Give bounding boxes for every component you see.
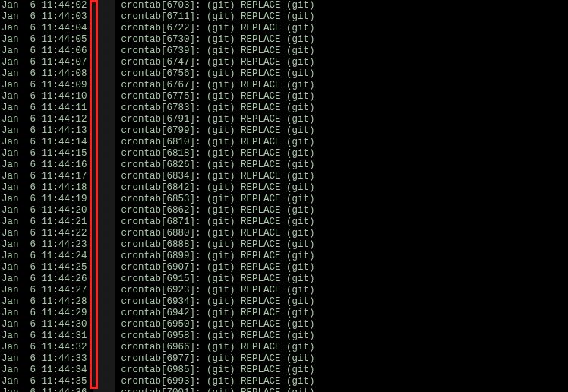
- log-message: crontab[6730]: (git) REPLACE (git): [115, 34, 315, 46]
- log-timestamp: Jan 6 11:44:15: [2, 148, 93, 160]
- log-message: crontab[6934]: (git) REPLACE (git): [115, 296, 315, 308]
- log-timestamp: Jan 6 11:44:21: [2, 217, 93, 228]
- log-timestamp: Jan 6 11:44:22: [2, 228, 93, 239]
- log-timestamp: Jan 6 11:44:36: [2, 387, 93, 392]
- log-timestamp: Jan 6 11:44:28: [2, 296, 93, 308]
- log-message: crontab[6775]: (git) REPLACE (git): [115, 91, 315, 103]
- log-hostname-redacted: host: [93, 273, 115, 285]
- log-message: crontab[6703]: (git) REPLACE (git): [115, 0, 315, 11]
- log-hostname-redacted: host: [93, 11, 115, 23]
- log-timestamp: Jan 6 11:44:32: [2, 342, 93, 353]
- log-message: crontab[6747]: (git) REPLACE (git): [115, 57, 315, 68]
- log-message: crontab[6722]: (git) REPLACE (git): [115, 23, 315, 34]
- log-message: crontab[6862]: (git) REPLACE (git): [115, 205, 315, 217]
- log-line: Jan 6 11:44:11 host crontab[6783]: (git)…: [2, 103, 568, 114]
- log-line: Jan 6 11:44:23 host crontab[6888]: (git)…: [2, 239, 568, 251]
- log-hostname-redacted: host: [93, 365, 115, 376]
- log-message: crontab[6853]: (git) REPLACE (git): [115, 194, 315, 205]
- log-line: Jan 6 11:44:12 host crontab[6791]: (git)…: [2, 114, 568, 125]
- log-hostname-redacted: host: [93, 296, 115, 308]
- terminal-output: Jan 6 11:44:02 host crontab[6703]: (git)…: [2, 0, 568, 392]
- log-hostname-redacted: host: [93, 57, 115, 68]
- log-line: Jan 6 11:44:24 host crontab[6899]: (git)…: [2, 251, 568, 262]
- log-line: Jan 6 11:44:06 host crontab[6739]: (git)…: [2, 46, 568, 57]
- log-line: Jan 6 11:44:30 host crontab[6950]: (git)…: [2, 319, 568, 330]
- log-hostname-redacted: host: [93, 330, 115, 342]
- log-hostname-redacted: host: [93, 125, 115, 137]
- log-hostname-redacted: host: [93, 239, 115, 251]
- log-hostname-redacted: host: [93, 23, 115, 34]
- log-message: crontab[6711]: (git) REPLACE (git): [115, 11, 315, 23]
- log-timestamp: Jan 6 11:44:33: [2, 353, 93, 365]
- log-line: Jan 6 11:44:18 host crontab[6842]: (git)…: [2, 182, 568, 194]
- log-line: Jan 6 11:44:07 host crontab[6747]: (git)…: [2, 57, 568, 68]
- log-timestamp: Jan 6 11:44:23: [2, 239, 93, 251]
- log-hostname-redacted: host: [93, 0, 115, 11]
- log-timestamp: Jan 6 11:44:04: [2, 23, 93, 34]
- log-message: crontab[7001]: (git) REPLACE (git): [115, 387, 315, 392]
- log-message: crontab[6783]: (git) REPLACE (git): [115, 103, 315, 114]
- log-hostname-redacted: host: [93, 387, 115, 392]
- log-timestamp: Jan 6 11:44:30: [2, 319, 93, 330]
- log-hostname-redacted: host: [93, 46, 115, 57]
- log-hostname-redacted: host: [93, 251, 115, 262]
- log-line: Jan 6 11:44:29 host crontab[6942]: (git)…: [2, 308, 568, 319]
- log-line: Jan 6 11:44:09 host crontab[6767]: (git)…: [2, 80, 568, 91]
- log-line: Jan 6 11:44:15 host crontab[6818]: (git)…: [2, 148, 568, 160]
- log-timestamp: Jan 6 11:44:35: [2, 376, 93, 387]
- log-timestamp: Jan 6 11:44:26: [2, 273, 93, 285]
- log-line: Jan 6 11:44:36 host crontab[7001]: (git)…: [2, 387, 568, 392]
- log-timestamp: Jan 6 11:44:14: [2, 137, 93, 148]
- log-line: Jan 6 11:44:03 host crontab[6711]: (git)…: [2, 11, 568, 23]
- log-message: crontab[6871]: (git) REPLACE (git): [115, 217, 315, 228]
- log-timestamp: Jan 6 11:44:10: [2, 91, 93, 103]
- log-timestamp: Jan 6 11:44:20: [2, 205, 93, 217]
- log-message: crontab[6834]: (git) REPLACE (git): [115, 171, 315, 182]
- log-hostname-redacted: host: [93, 91, 115, 103]
- log-timestamp: Jan 6 11:44:08: [2, 68, 93, 80]
- log-timestamp: Jan 6 11:44:25: [2, 262, 93, 273]
- log-line: Jan 6 11:44:28 host crontab[6934]: (git)…: [2, 296, 568, 308]
- log-timestamp: Jan 6 11:44:11: [2, 103, 93, 114]
- log-line: Jan 6 11:44:21 host crontab[6871]: (git)…: [2, 217, 568, 228]
- log-line: Jan 6 11:44:25 host crontab[6907]: (git)…: [2, 262, 568, 273]
- log-timestamp: Jan 6 11:44:17: [2, 171, 93, 182]
- log-timestamp: Jan 6 11:44:16: [2, 160, 93, 171]
- log-hostname-redacted: host: [93, 217, 115, 228]
- log-hostname-redacted: host: [93, 319, 115, 330]
- log-message: crontab[6985]: (git) REPLACE (git): [115, 365, 315, 376]
- log-message: crontab[6977]: (git) REPLACE (git): [115, 353, 315, 365]
- log-hostname-redacted: host: [93, 228, 115, 239]
- log-message: crontab[6923]: (git) REPLACE (git): [115, 285, 315, 296]
- log-hostname-redacted: host: [93, 171, 115, 182]
- log-line: Jan 6 11:44:10 host crontab[6775]: (git)…: [2, 91, 568, 103]
- log-timestamp: Jan 6 11:44:12: [2, 114, 93, 125]
- log-message: crontab[6907]: (git) REPLACE (git): [115, 262, 315, 273]
- log-hostname-redacted: host: [93, 80, 115, 91]
- log-timestamp: Jan 6 11:44:27: [2, 285, 93, 296]
- log-message: crontab[6818]: (git) REPLACE (git): [115, 148, 315, 160]
- log-timestamp: Jan 6 11:44:19: [2, 194, 93, 205]
- log-message: crontab[6767]: (git) REPLACE (git): [115, 80, 315, 91]
- log-message: crontab[6899]: (git) REPLACE (git): [115, 251, 315, 262]
- log-line: Jan 6 11:44:34 host crontab[6985]: (git)…: [2, 365, 568, 376]
- log-timestamp: Jan 6 11:44:31: [2, 330, 93, 342]
- log-message: crontab[6958]: (git) REPLACE (git): [115, 330, 315, 342]
- log-hostname-redacted: host: [93, 376, 115, 387]
- log-line: Jan 6 11:44:26 host crontab[6915]: (git)…: [2, 273, 568, 285]
- log-line: Jan 6 11:44:13 host crontab[6799]: (git)…: [2, 125, 568, 137]
- log-timestamp: Jan 6 11:44:18: [2, 182, 93, 194]
- log-message: crontab[6966]: (git) REPLACE (git): [115, 342, 315, 353]
- log-message: crontab[6915]: (git) REPLACE (git): [115, 273, 315, 285]
- log-line: Jan 6 11:44:32 host crontab[6966]: (git)…: [2, 342, 568, 353]
- log-message: crontab[6993]: (git) REPLACE (git): [115, 376, 315, 387]
- log-line: Jan 6 11:44:22 host crontab[6880]: (git)…: [2, 228, 568, 239]
- log-hostname-redacted: host: [93, 353, 115, 365]
- log-hostname-redacted: host: [93, 205, 115, 217]
- log-line: Jan 6 11:44:05 host crontab[6730]: (git)…: [2, 34, 568, 46]
- log-hostname-redacted: host: [93, 103, 115, 114]
- log-line: Jan 6 11:44:17 host crontab[6834]: (git)…: [2, 171, 568, 182]
- log-hostname-redacted: host: [93, 160, 115, 171]
- log-hostname-redacted: host: [93, 308, 115, 319]
- log-timestamp: Jan 6 11:44:13: [2, 125, 93, 137]
